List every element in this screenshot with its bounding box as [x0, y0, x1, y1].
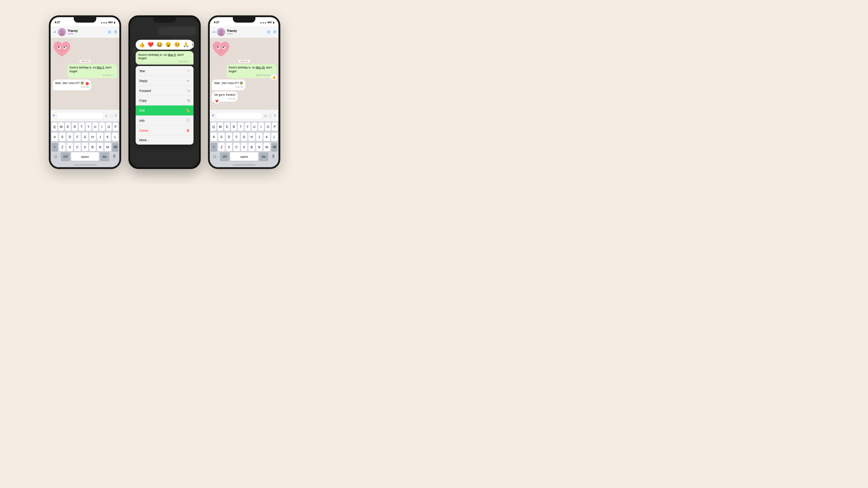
- reaction-wow-1[interactable]: 😮: [165, 42, 171, 48]
- key-i-3[interactable]: I: [258, 123, 264, 131]
- key-g-1[interactable]: G: [82, 133, 88, 141]
- context-copy[interactable]: Copy ⧉: [135, 96, 193, 105]
- key-o-1[interactable]: O: [106, 123, 112, 131]
- context-info[interactable]: Info ⓘ: [135, 116, 193, 126]
- key-z-3[interactable]: Z: [218, 143, 224, 151]
- mic-key-1[interactable]: 🎙: [110, 152, 119, 160]
- key-y-1[interactable]: Y: [86, 123, 91, 131]
- key-s-3[interactable]: S: [218, 133, 224, 141]
- back-button-3[interactable]: ‹ 4: [212, 30, 215, 34]
- key-d-1[interactable]: D: [67, 133, 73, 141]
- context-reply[interactable]: Reply ↩: [135, 76, 193, 86]
- back-button-1[interactable]: ‹ 4: [53, 30, 56, 34]
- key-c-3[interactable]: C: [233, 143, 240, 151]
- key-go-3[interactable]: Go: [259, 152, 268, 161]
- reaction-pray-1[interactable]: 🙏: [183, 42, 189, 48]
- key-h-3[interactable]: H: [248, 133, 255, 141]
- key-m-1[interactable]: M: [104, 143, 111, 151]
- context-star[interactable]: Star ☆: [135, 66, 193, 76]
- key-shift-1[interactable]: ⇧: [52, 143, 58, 151]
- key-x-3[interactable]: X: [226, 143, 232, 151]
- key-z-1[interactable]: Z: [59, 143, 65, 151]
- key-u-3[interactable]: U: [252, 123, 257, 131]
- key-row-z-1: ⇧ Z X C V B N M ⌫: [51, 142, 119, 152]
- context-delete[interactable]: Delete 🗑: [135, 126, 193, 135]
- sticker-btn-1[interactable]: ⊙: [105, 114, 108, 118]
- key-q-3[interactable]: Q: [211, 123, 216, 131]
- key-v-1[interactable]: V: [82, 143, 88, 151]
- reaction-laugh-1[interactable]: 😂: [156, 42, 162, 48]
- key-123-3[interactable]: 123: [220, 152, 229, 161]
- mic-key-3[interactable]: 🎙: [270, 152, 278, 160]
- key-space-1[interactable]: space: [71, 152, 99, 161]
- key-u-1[interactable]: U: [92, 123, 98, 131]
- key-s-1[interactable]: S: [59, 133, 65, 141]
- mic-btn-1[interactable]: 🎙: [114, 114, 118, 118]
- key-123-1[interactable]: 123: [61, 152, 70, 161]
- key-n-3[interactable]: N: [256, 143, 262, 151]
- phone-icon[interactable]: ✆: [114, 30, 117, 34]
- key-f-3[interactable]: F: [233, 133, 240, 141]
- key-p-1[interactable]: P: [113, 123, 119, 131]
- key-o-3[interactable]: O: [265, 123, 271, 131]
- key-f-1[interactable]: F: [74, 133, 81, 141]
- key-w-3[interactable]: W: [217, 123, 223, 131]
- message-input-3[interactable]: [216, 112, 263, 119]
- key-w-1[interactable]: W: [58, 123, 64, 131]
- key-r-1[interactable]: R: [72, 123, 78, 131]
- camera-btn-1[interactable]: ⬚: [110, 114, 113, 118]
- message-input-1[interactable]: [57, 112, 104, 119]
- emoji-plus-btn[interactable]: +: [192, 41, 194, 48]
- key-k-3[interactable]: K: [264, 133, 270, 141]
- key-k-1[interactable]: K: [104, 133, 111, 141]
- key-e-3[interactable]: E: [224, 123, 230, 131]
- key-space-3[interactable]: space: [230, 152, 258, 161]
- context-more[interactable]: More...: [135, 135, 193, 144]
- reaction-heart-1[interactable]: ❤️: [148, 42, 154, 48]
- key-go-1[interactable]: Go: [100, 152, 109, 161]
- key-x-1[interactable]: X: [67, 143, 73, 151]
- key-g-3[interactable]: G: [241, 133, 247, 141]
- key-shift-3[interactable]: ⇧: [211, 143, 217, 151]
- reaction-cry-1[interactable]: 🥺: [174, 42, 180, 48]
- phone-3: 9:27 ▲▲▲ WiFi ▮ ‹ 4 Tracey online ⊡ ✆: [208, 15, 280, 169]
- date-underline-1: May 5: [97, 66, 104, 69]
- key-r-3[interactable]: R: [231, 123, 237, 131]
- key-l-1[interactable]: L: [112, 133, 119, 141]
- key-a-1[interactable]: A: [52, 133, 58, 141]
- emoji-key-1[interactable]: ☺: [52, 152, 60, 160]
- key-j-1[interactable]: J: [97, 133, 103, 141]
- key-a-3[interactable]: A: [211, 133, 217, 141]
- key-n-1[interactable]: N: [97, 143, 103, 151]
- mic-btn-3[interactable]: 🎙: [274, 114, 277, 118]
- key-m-3[interactable]: M: [264, 143, 270, 151]
- key-e-1[interactable]: E: [65, 123, 71, 131]
- video-icon-3[interactable]: ⊡: [267, 30, 270, 34]
- sticker-btn-3[interactable]: ⊙: [264, 114, 267, 118]
- key-y-3[interactable]: Y: [245, 123, 250, 131]
- key-t-1[interactable]: T: [79, 123, 84, 131]
- key-q-1[interactable]: Q: [52, 123, 57, 131]
- key-t-3[interactable]: T: [238, 123, 243, 131]
- key-delete-1[interactable]: ⌫: [112, 143, 119, 151]
- camera-btn-3[interactable]: ⬚: [269, 114, 272, 118]
- key-d-3[interactable]: D: [226, 133, 232, 141]
- key-p-3[interactable]: P: [272, 123, 278, 131]
- key-i-1[interactable]: I: [99, 123, 105, 131]
- emoji-key-3[interactable]: ☺: [211, 152, 219, 160]
- key-b-3[interactable]: B: [248, 143, 255, 151]
- key-j-3[interactable]: J: [256, 133, 262, 141]
- key-l-3[interactable]: L: [271, 133, 278, 141]
- context-forward[interactable]: Forward ↪: [135, 86, 193, 96]
- phone-icon-3[interactable]: ✆: [273, 30, 276, 34]
- key-v-3[interactable]: V: [241, 143, 247, 151]
- key-h-1[interactable]: H: [89, 133, 96, 141]
- plus-button-3[interactable]: +: [212, 113, 214, 118]
- key-c-1[interactable]: C: [74, 143, 81, 151]
- reaction-thumbs-1[interactable]: 👍: [139, 42, 145, 48]
- key-delete-3[interactable]: ⌫: [271, 143, 278, 151]
- plus-button-1[interactable]: +: [53, 113, 55, 118]
- video-icon[interactable]: ⊡: [108, 30, 111, 34]
- key-b-1[interactable]: B: [89, 143, 96, 151]
- context-edit[interactable]: Edit ✏️: [135, 105, 193, 116]
